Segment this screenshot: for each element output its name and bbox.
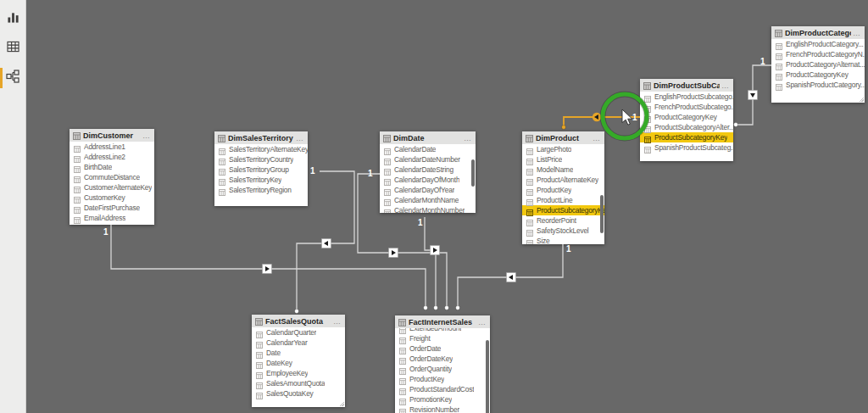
table-header[interactable]: DimProductCategory…	[771, 26, 865, 39]
field-row-SalesAmountQuota[interactable]: SalesAmountQuota	[252, 378, 345, 388]
field-row-CustomerKey[interactable]: CustomerKey	[70, 193, 154, 203]
relationship-product-to-subcategory[interactable]: 1	[562, 113, 640, 130]
more-options-icon[interactable]: …	[142, 132, 151, 139]
field-row-ProductStandardCost[interactable]: ProductStandardCost	[395, 384, 490, 394]
table-card-DimProduct[interactable]: DimProduct…LargePhotoListPriceModelNameP…	[522, 131, 604, 244]
field-row-PromotionKey[interactable]: PromotionKey	[395, 394, 490, 405]
field-row-DateKey[interactable]: DateKey	[252, 358, 345, 368]
field-row-SalesTerritoryAlternateKey[interactable]: SalesTerritoryAlternateKey	[214, 144, 308, 154]
field-row-SpanishProductSubcateg[interactable]: SpanishProductSubcateg...	[640, 142, 733, 153]
field-table-icon	[74, 215, 81, 221]
field-row-OrderDateKey[interactable]: OrderDateKey	[395, 354, 490, 364]
more-options-icon[interactable]: …	[296, 135, 304, 142]
relationship-subcategory-to-category[interactable]: 1	[734, 57, 771, 126]
field-row-RevisionNumber[interactable]: RevisionNumber	[395, 405, 490, 413]
field-row-AddressLine1[interactable]: AddressLine1	[70, 142, 154, 152]
field-row-ListPrice[interactable]: ListPrice	[522, 154, 604, 165]
field-row-ProductLine[interactable]: ProductLine	[522, 195, 604, 205]
field-row-BirthDate[interactable]: BirthDate	[70, 162, 154, 172]
more-options-icon[interactable]: …	[721, 82, 730, 89]
field-name: ProductKey	[537, 185, 571, 195]
relationship-product-to-internetsales[interactable]: 1	[456, 244, 571, 310]
field-row-ModelName[interactable]: ModelName	[522, 165, 604, 175]
field-row-CalendarQuarter[interactable]: CalendarQuarter	[252, 327, 345, 338]
table-header[interactable]: DimSalesTerritory…	[214, 131, 308, 144]
field-row-ReorderPoint[interactable]: ReorderPoint	[522, 215, 604, 226]
field-row-ProductCategoryKey[interactable]: ProductCategoryKey	[640, 112, 733, 122]
table-card-DimCustomer[interactable]: DimCustomer…AddressLine1AddressLine2Birt…	[70, 129, 154, 225]
field-row-CalendarDateNumber[interactable]: CalendarDateNumber	[380, 154, 476, 165]
field-row-SalesTerritoryKey[interactable]: SalesTerritoryKey	[214, 175, 308, 185]
field-row-ProductSubcategoryAlter[interactable]: ProductSubcategoryAlter...	[640, 122, 733, 132]
field-row-EnglishProductSubcatego[interactable]: EnglishProductSubcatego...	[640, 92, 733, 102]
table-card-DimSalesTerritory[interactable]: DimSalesTerritory…SalesTerritoryAlternat…	[214, 131, 308, 206]
field-row-Size[interactable]: Size	[522, 236, 604, 244]
field-name: OrderQuantity	[409, 364, 452, 374]
table-scrollbar[interactable]	[486, 340, 489, 413]
field-row-CustomerAlternateKey[interactable]: CustomerAlternateKey	[70, 182, 154, 193]
field-row-FrenchProductSubcatego[interactable]: FrenchProductSubcatego...	[640, 102, 733, 112]
field-name: SafetyStockLevel	[537, 226, 589, 236]
more-options-icon[interactable]: …	[333, 318, 342, 325]
field-row-CalendarDayOfYear[interactable]: CalendarDayOfYear	[380, 185, 476, 195]
field-row-EmailAddress[interactable]: EmailAddress	[70, 213, 154, 223]
resize-handle-icon[interactable]	[858, 96, 864, 102]
field-row-CalendarDayOfMonth[interactable]: CalendarDayOfMonth	[380, 175, 476, 185]
field-row-AddressLine2[interactable]: AddressLine2	[70, 152, 154, 162]
table-card-DimDate[interactable]: DimDate…CalendarDateCalendarDateNumberCa…	[380, 131, 476, 213]
sidebar-item-data-view[interactable]	[0, 37, 25, 59]
field-row-SpanishProductCategory[interactable]: SpanishProductCategory...	[771, 80, 865, 90]
table-header[interactable]: DimProduct…	[522, 131, 604, 144]
field-table-icon	[526, 207, 533, 214]
resize-handle-icon[interactable]	[338, 400, 344, 406]
field-row-ProductCategoryAlternat[interactable]: ProductCategoryAlternat...	[771, 59, 865, 70]
more-options-icon[interactable]: …	[853, 30, 861, 36]
table-header[interactable]: DimProductSubCate_…	[640, 79, 733, 92]
table-header[interactable]: DimDate…	[380, 131, 476, 144]
field-row-Freight[interactable]: Freight	[395, 333, 490, 343]
field-row-CalendarDate[interactable]: CalendarDate	[380, 144, 476, 154]
field-row-ProductSubcategoryKey[interactable]: ProductSubcategoryKey	[640, 132, 733, 142]
field-row-ProductAlternateKey[interactable]: ProductAlternateKey	[522, 175, 604, 185]
field-name: Freight	[409, 333, 431, 343]
field-row-CalendarDateString[interactable]: CalendarDateString	[380, 165, 476, 175]
field-row-LargePhoto[interactable]: LargePhoto	[522, 144, 604, 154]
sidebar-item-report-view[interactable]	[0, 8, 25, 30]
model-canvas[interactable]: DimCustomer…AddressLine1AddressLine2Birt…	[0, 0, 868, 413]
field-table-icon	[74, 204, 81, 211]
field-row-ProductKey[interactable]: ProductKey	[522, 185, 604, 195]
table-card-DimProductCategory[interactable]: DimProductCategory…EnglishProductCategor…	[771, 26, 865, 103]
table-header[interactable]: FactSalesQuota…	[252, 315, 345, 327]
field-row-SalesQuotaKey[interactable]: SalesQuotaKey	[252, 388, 345, 399]
more-options-icon[interactable]: …	[593, 135, 601, 142]
table-card-FactInternetSales[interactable]: FactInternetSales…ExtendedAmountFreightO…	[395, 315, 490, 413]
table-header[interactable]: DimCustomer…	[70, 129, 154, 142]
field-row-OrderQuantity[interactable]: OrderQuantity	[395, 364, 490, 374]
field-row-SalesTerritoryCountry[interactable]: SalesTerritoryCountry	[214, 154, 308, 165]
field-row-ProductKey[interactable]: ProductKey	[395, 374, 490, 384]
field-row-EnglishProductCategory[interactable]: EnglishProductCategory...	[771, 39, 865, 49]
field-row-SafetyStockLevel[interactable]: SafetyStockLevel	[522, 226, 604, 236]
field-name: ListPrice	[537, 154, 562, 165]
field-row-Date[interactable]: Date	[252, 348, 345, 358]
field-row-SalesTerritoryGroup[interactable]: SalesTerritoryGroup	[214, 165, 308, 175]
field-row-OrderDate[interactable]: OrderDate	[395, 343, 490, 354]
table-header[interactable]: FactInternetSales…	[395, 315, 490, 328]
table-card-FactSalesQuota[interactable]: FactSalesQuota…CalendarQuarterCalendarYe…	[252, 315, 345, 407]
field-row-ProductCategoryKey[interactable]: ProductCategoryKey	[771, 70, 865, 80]
table-card-DimProductSubCate[interactable]: DimProductSubCate_…EnglishProductSubcate…	[640, 79, 733, 161]
more-options-icon[interactable]: …	[478, 319, 487, 326]
table-scrollbar[interactable]	[600, 195, 604, 233]
cardinality-one-label: 1	[103, 227, 108, 237]
field-row-CalendarYear[interactable]: CalendarYear	[252, 338, 345, 348]
sidebar-item-model-view[interactable]	[0, 67, 25, 89]
field-row-DateFirstPurchase[interactable]: DateFirstPurchase	[70, 203, 154, 213]
field-row-SalesTerritoryRegion[interactable]: SalesTerritoryRegion	[214, 185, 308, 195]
field-row-FrenchProductCategoryN[interactable]: FrenchProductCategoryN...	[771, 49, 865, 59]
field-row-ProductSubcategoryKey[interactable]: ProductSubcategoryKey	[522, 205, 604, 215]
more-options-icon[interactable]: …	[464, 135, 472, 142]
table-scrollbar[interactable]	[471, 159, 475, 187]
field-row-CommuteDistance[interactable]: CommuteDistance	[70, 172, 154, 182]
table-icon	[255, 314, 263, 329]
field-row-EmployeeKey[interactable]: EmployeeKey	[252, 368, 345, 378]
